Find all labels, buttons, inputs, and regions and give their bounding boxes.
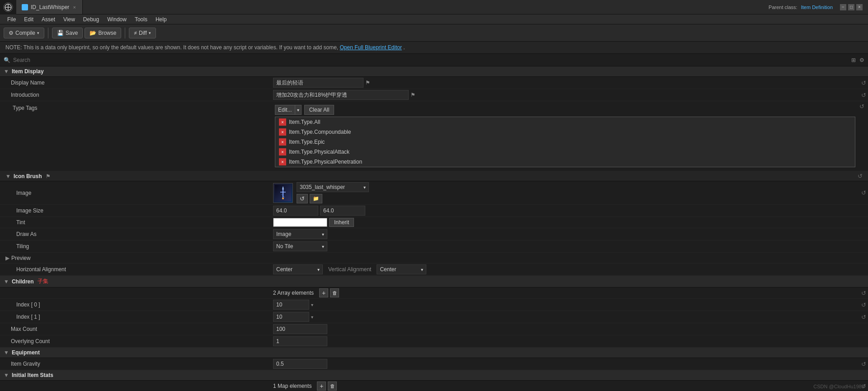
tag-label-all: Item.Type.All	[289, 119, 320, 125]
save-button[interactable]: 💾 Save	[52, 28, 83, 38]
section-children[interactable]: ▼ Children 子集	[0, 276, 868, 287]
edit-tags-arrow[interactable]: ▾	[295, 105, 302, 115]
index-1-input[interactable]	[273, 312, 309, 322]
icon-brush-flag[interactable]: ⚑	[46, 173, 51, 179]
tab-close-button[interactable]: ×	[72, 5, 76, 10]
type-tags-reset[interactable]: ↺	[857, 103, 866, 110]
index-0-input[interactable]	[273, 300, 309, 310]
tag-remove-epic[interactable]: ×	[279, 138, 286, 146]
menu-help[interactable]: Help	[152, 15, 170, 24]
tab-id-last-whisper[interactable]: ID_LastWhisper ×	[16, 0, 83, 14]
delete-map-element-button[interactable]: 🗑	[328, 382, 337, 391]
display-name-input[interactable]	[273, 78, 363, 88]
item-gravity-input[interactable]	[273, 359, 327, 369]
menu-window[interactable]: Window	[104, 15, 130, 24]
tag-item-physical-attack[interactable]: × Item.Type.PhysicalAttack	[275, 147, 855, 157]
item-gravity-reset[interactable]: ↺	[859, 361, 868, 367]
tiling-value: No Tile ▾	[271, 240, 868, 252]
tag-item-compoundable[interactable]: × Item.Type.Compoundable	[275, 127, 855, 137]
tag-item-epic[interactable]: × Item.Type.Epic	[275, 137, 855, 147]
draw-as-dropdown[interactable]: Image ▾	[273, 229, 327, 239]
maximize-button[interactable]: □	[848, 4, 854, 10]
max-count-input[interactable]	[273, 324, 327, 334]
add-map-element-button[interactable]: +	[317, 382, 326, 391]
edit-tags-button[interactable]: Edit...	[275, 105, 295, 115]
vertical-alignment-dropdown[interactable]: Center ▾	[377, 264, 426, 274]
children-chinese-label: 子集	[38, 278, 48, 285]
menu-view[interactable]: View	[60, 15, 79, 24]
delete-array-element-button[interactable]: 🗑	[330, 288, 339, 297]
toolbar-separator-2	[125, 28, 125, 38]
tag-remove-physical-attack[interactable]: ×	[279, 148, 286, 155]
inherit-button[interactable]: Inherit	[329, 218, 354, 227]
clear-all-tags-button[interactable]: Clear All	[304, 105, 335, 115]
section-icon-brush[interactable]: ▼ Icon Brush ⚑ ↺	[0, 171, 868, 181]
index-1-label: Index [ 1 ]	[0, 312, 271, 322]
overlying-count-input[interactable]	[273, 336, 327, 346]
tag-item-all[interactable]: × Item.Type.All	[275, 117, 855, 127]
tab-bar: ID_LastWhisper ×	[16, 0, 769, 14]
parent-class-link[interactable]: Item Definition	[801, 5, 833, 10]
menu-file[interactable]: File	[4, 15, 19, 24]
map-elements-value: 1 Map elements + 🗑	[271, 381, 859, 391]
edit-tags-dropdown[interactable]: Edit... ▾	[275, 105, 302, 115]
tag-remove-all[interactable]: ×	[279, 118, 286, 126]
image-height-input[interactable]	[320, 206, 365, 216]
menu-debug[interactable]: Debug	[80, 15, 103, 24]
property-item-gravity: Item Gravity ↺	[0, 358, 868, 370]
tag-controls: Edit... ▾ Clear All	[275, 105, 855, 115]
table-view-icon[interactable]: ⊞	[851, 57, 856, 63]
tag-remove-compoundable[interactable]: ×	[279, 128, 286, 136]
tag-remove-physical-penetration[interactable]: ×	[279, 158, 286, 165]
index-0-arrow[interactable]: ▾	[311, 302, 313, 307]
tint-value: Inherit	[271, 217, 868, 228]
introduction-input[interactable]	[273, 90, 409, 100]
display-name-reset[interactable]: ↺	[859, 80, 868, 86]
diff-button[interactable]: ≠ Diff ▾	[129, 28, 156, 38]
children-reset[interactable]: ↺	[859, 290, 868, 297]
diff-icon: ≠	[134, 30, 137, 36]
children-arrow: ▼	[4, 278, 9, 285]
section-item-display[interactable]: ▼ Item Display	[0, 66, 868, 77]
horizontal-alignment-dropdown[interactable]: Center ▾	[273, 264, 323, 274]
property-index-0: Index [ 0 ] ▾ ↺	[0, 299, 868, 311]
tiling-dropdown[interactable]: No Tile ▾	[273, 241, 327, 251]
tag-label-physical-penetration: Item.Type.PhysicalPenetration	[289, 159, 362, 165]
minimize-button[interactable]: −	[840, 4, 846, 10]
diff-label: Diff	[139, 30, 147, 36]
search-input[interactable]	[13, 57, 851, 63]
tint-color-swatch[interactable]	[273, 218, 327, 227]
image-reset[interactable]: ↺	[859, 189, 868, 196]
section-equipment[interactable]: ▼ Equipment	[0, 348, 868, 358]
note-text: NOTE: This is a data only blueprint, so …	[5, 44, 338, 51]
display-name-flag-icon[interactable]: ⚑	[365, 80, 370, 86]
settings-icon[interactable]: ⚙	[859, 57, 864, 63]
image-width-input[interactable]	[273, 206, 318, 216]
close-button[interactable]: ×	[856, 4, 863, 10]
image-name-value: 3035_last_whisper	[300, 184, 345, 190]
index-1-arrow[interactable]: ▾	[311, 315, 313, 320]
introduction-reset[interactable]: ↺	[859, 92, 868, 99]
icon-brush-reset[interactable]: ↺	[855, 173, 864, 179]
search-bar: 🔍 ⊞ ⚙	[0, 54, 868, 66]
menu-edit[interactable]: Edit	[20, 15, 37, 24]
menu-asset[interactable]: Asset	[38, 15, 59, 24]
introduction-flag-icon[interactable]: ⚑	[410, 92, 415, 98]
index-1-reset[interactable]: ↺	[859, 314, 868, 320]
browse-button[interactable]: 📂 Browse	[85, 28, 121, 38]
main-content[interactable]: ▼ Item Display Display Name ⚑ ↺ Introduc…	[0, 66, 868, 391]
map-elements-reset[interactable]: ↺	[859, 383, 868, 390]
menu-tools[interactable]: Tools	[131, 15, 151, 24]
tag-item-physical-penetration[interactable]: × Item.Type.PhysicalPenetration	[275, 157, 855, 167]
tag-label-epic: Item.Type.Epic	[289, 139, 325, 145]
h-align-arrow: ▾	[317, 267, 320, 272]
section-initial-item-stats[interactable]: ▼ Initial Item Stats	[0, 370, 868, 381]
index-0-reset[interactable]: ↺	[859, 301, 868, 308]
image-reset-button[interactable]: ↺	[297, 194, 308, 203]
add-array-element-button[interactable]: +	[319, 288, 328, 297]
open-full-editor-link[interactable]: Open Full Blueprint Editor	[340, 44, 402, 51]
compile-button[interactable]: ⚙ Compile ▾	[4, 28, 44, 38]
image-name-dropdown[interactable]: 3035_last_whisper ▾	[297, 182, 369, 192]
property-image-size: Image Size	[0, 205, 868, 217]
image-browse-button[interactable]: 📁	[310, 194, 322, 203]
